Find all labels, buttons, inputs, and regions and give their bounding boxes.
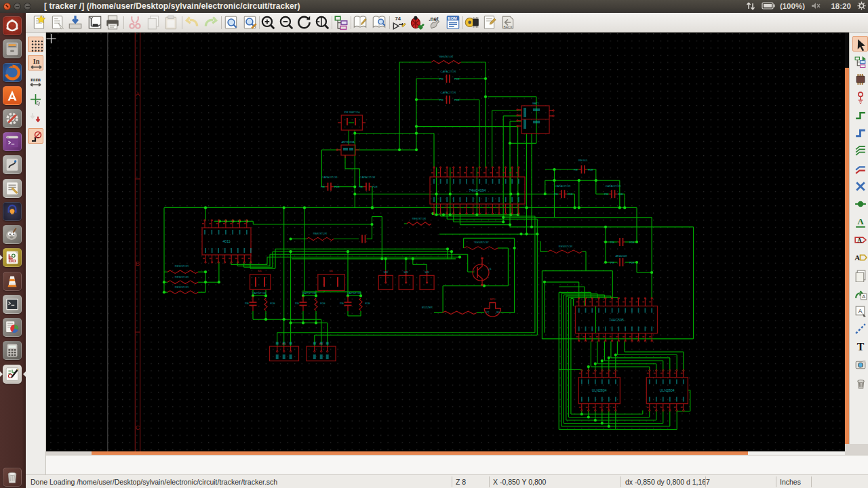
svg-text:FDE: FDE <box>372 186 378 188</box>
svg-text:FDE: FDE <box>334 186 340 188</box>
svg-text:SW: SW <box>403 270 408 274</box>
svg-text:P1: P1 <box>282 342 286 346</box>
svg-text:74HC4094: 74HC4094 <box>469 188 486 192</box>
svg-text:CAPACITOR: CAPACITOR <box>555 184 571 188</box>
svg-text:Q1: Q1 <box>488 267 492 270</box>
svg-text:CAP,STOR: CAP,STOR <box>252 291 267 295</box>
svg-text:U5: U5 <box>258 269 262 272</box>
svg-text:ULN2804: ULN2804 <box>592 388 607 392</box>
svg-text:FDE: FDE <box>568 193 573 196</box>
svg-text:RESISTOR: RESISTOR <box>175 285 189 289</box>
svg-text:A: A <box>856 237 861 243</box>
svg-text:CAPACITOR: CAPACITOR <box>606 184 621 188</box>
svg-text:PIE: PIE <box>554 193 559 196</box>
svg-text:CAPACITOR: CAPACITOR <box>322 176 338 179</box>
svg-text:FDE: FDE <box>618 193 623 196</box>
svg-text:PIE: PIE <box>604 193 609 196</box>
svg-text:FDE: FDE <box>629 262 635 264</box>
svg-text:FDE: FDE <box>588 169 593 171</box>
svg-text:P1: P1 <box>319 342 323 346</box>
svg-text:A: A <box>858 308 862 314</box>
svg-text:REGUL: REGUL <box>578 159 589 162</box>
svg-text:RESISTOR: RESISTOR <box>175 264 189 268</box>
svg-text:PIE: PIE <box>574 169 578 171</box>
svg-text:A: A <box>854 253 860 262</box>
svg-text:FDE: FDE <box>320 302 326 305</box>
svg-text:U4: U4 <box>329 269 333 272</box>
svg-text:C: C <box>136 424 140 431</box>
svg-text:In: In <box>33 57 39 64</box>
svg-text:CAP,STOR: CAP,STOR <box>347 291 361 295</box>
svg-text:ANTENNA: ANTENNA <box>341 140 354 144</box>
svg-text:RESISTOR: RESISTOR <box>439 55 453 58</box>
svg-text:RESISTOR: RESISTOR <box>313 232 327 235</box>
svg-text:CAPACITOR: CAPACITOR <box>441 70 456 73</box>
svg-text:RESISTOR: RESISTOR <box>559 245 572 248</box>
svg-text:SP1: SP1 <box>490 298 495 301</box>
svg-text:PIE: PIE <box>295 302 300 305</box>
svg-text:74HC595: 74HC595 <box>609 318 624 322</box>
svg-text:FDE: FDE <box>365 302 370 305</box>
svg-text:BOM: BOM <box>448 16 457 20</box>
svg-text:BAT1: BAT1 <box>532 102 539 105</box>
svg-text:PIE: PIE <box>340 302 344 305</box>
svg-text:ARA2008: ARA2008 <box>615 254 627 258</box>
svg-text:B: B <box>136 260 140 267</box>
svg-text:74: 74 <box>395 16 401 22</box>
svg-text:A: A <box>857 216 864 226</box>
svg-text:PIE: PIE <box>610 241 615 244</box>
svg-text:T: T <box>856 341 864 352</box>
svg-text:4011: 4011 <box>222 239 230 243</box>
svg-text:V?: V? <box>486 311 490 314</box>
svg-text:SW: SW <box>425 270 429 274</box>
svg-text:ULN2804: ULN2804 <box>660 388 675 392</box>
svg-text:FDE: FDE <box>270 302 275 305</box>
svg-text:PIE: PIE <box>439 78 444 81</box>
svg-text:A: A <box>862 293 865 300</box>
svg-text:A: A <box>136 91 140 98</box>
svg-text:PIE: PIE <box>610 262 615 264</box>
svg-text:BACK: BACK <box>503 25 513 29</box>
svg-text:RESISTOR: RESISTOR <box>412 217 426 220</box>
svg-text:CAPACITOR: CAPACITOR <box>360 176 376 179</box>
svg-text:RESISTOR: RESISTOR <box>175 275 189 279</box>
svg-text:BU: BU <box>496 311 500 314</box>
svg-text:PIE: PIE <box>321 186 326 188</box>
svg-text:CAP,STOR: CAP,STOR <box>302 291 317 295</box>
svg-text:SW: SW <box>383 270 388 274</box>
svg-text:FDE: FDE <box>629 241 635 244</box>
svg-text:PIE: PIE <box>245 302 250 305</box>
svg-text:RESISTOR: RESISTOR <box>475 241 488 244</box>
svg-text:PM SWITCH: PM SWITCH <box>344 110 360 114</box>
svg-text:mm: mm <box>31 75 41 82</box>
svg-text:BUZZER: BUZZER <box>422 306 433 309</box>
svg-text:FDE: FDE <box>454 78 460 81</box>
svg-text:FDE: FDE <box>454 99 460 102</box>
svg-text:PIE: PIE <box>359 186 363 188</box>
svg-text:PIE: PIE <box>439 99 444 102</box>
svg-text:CAPACITOR: CAPACITOR <box>441 91 456 94</box>
